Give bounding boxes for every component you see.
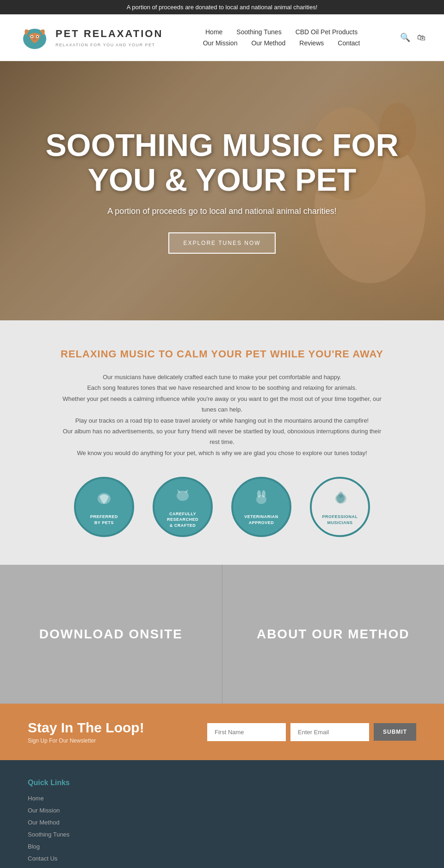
footer-link-blog[interactable]: Blog bbox=[28, 842, 416, 850]
info-p5: Our album has no advertisements, so your… bbox=[60, 426, 384, 448]
header: Pet RelaXation RELAXATION FOR YOU AND YO… bbox=[0, 14, 444, 61]
newsletter-heading: Stay In The Loop! bbox=[28, 720, 144, 736]
info-p3: Whether your pet needs a calming influen… bbox=[60, 393, 384, 415]
logo-tagline: RELAXATION FOR YOU AND YOUR PET bbox=[56, 43, 155, 47]
footer-link-soothing-tunes[interactable]: Soothing Tunes bbox=[28, 830, 416, 838]
main-nav: Home Soothing Tunes CBD Oil Pet Products… bbox=[203, 28, 360, 47]
footer-link-home[interactable]: Home bbox=[28, 794, 416, 802]
logo-icon bbox=[18, 21, 51, 54]
nav-our-method[interactable]: Our Method bbox=[251, 39, 285, 47]
logo-text-area: Pet RelaXation RELAXATION FOR YOU AND YO… bbox=[56, 27, 163, 48]
split-section: DOWNLOAD ONSITE ABOUT OUR METHOD bbox=[0, 565, 444, 704]
svg-point-4 bbox=[31, 36, 33, 37]
cat-icon bbox=[173, 486, 192, 509]
method-half: ABOUT OUR METHOD bbox=[222, 565, 444, 704]
badge-vet-approved: VETERINARIANAPPROVED bbox=[231, 477, 291, 537]
nav-soothing-tunes[interactable]: Soothing Tunes bbox=[236, 28, 281, 36]
newsletter-text: Stay In The Loop! Sign Up For Our Newsle… bbox=[28, 720, 144, 744]
badge-preferred-by-pets: PREFERREDBY PETS bbox=[74, 477, 134, 537]
footer-links-list: Home Our Mission Our Method Soothing Tun… bbox=[28, 794, 416, 868]
quick-links-title: Quick Links bbox=[28, 779, 416, 787]
download-half: DOWNLOAD ONSITE bbox=[0, 565, 222, 704]
logo-brand-name: Pet RelaXation bbox=[56, 27, 163, 41]
footer-link-our-mission[interactable]: Our Mission bbox=[28, 806, 416, 814]
nav-contact[interactable]: Contact bbox=[338, 39, 360, 47]
hero-title: SOOTHING MUSIC FOR YOU & YOUR PET bbox=[37, 128, 407, 197]
info-p1: Our musicians have delicately crafted ea… bbox=[60, 372, 384, 382]
footer-link-privacy-policy[interactable]: Privacy Policy bbox=[28, 866, 416, 868]
logo-area: Pet RelaXation RELAXATION FOR YOU AND YO… bbox=[18, 21, 163, 54]
explore-tunes-button[interactable]: EXPLORE TUNES NOW bbox=[168, 232, 275, 254]
email-input[interactable] bbox=[290, 723, 369, 741]
info-p4: Play our tracks on a road trip to ease t… bbox=[60, 415, 384, 426]
top-banner: A portion of proceeds are donated to loc… bbox=[0, 0, 444, 14]
info-p6: We know you would do anything for your p… bbox=[60, 448, 384, 458]
footer: Quick Links Home Our Mission Our Method … bbox=[0, 760, 444, 868]
info-paragraphs: Our musicians have delicately crafted ea… bbox=[60, 372, 384, 458]
nav-reviews[interactable]: Reviews bbox=[299, 39, 324, 47]
hero-content: SOOTHING MUSIC FOR YOU & YOUR PET A port… bbox=[0, 128, 444, 254]
badge-researched-crafted: CAREFULLYRESEARCHED& CRAFTED bbox=[153, 477, 213, 537]
method-title: ABOUT OUR METHOD bbox=[257, 627, 410, 642]
nav-home[interactable]: Home bbox=[205, 28, 222, 36]
header-icons: 🔍 🛍 bbox=[400, 32, 426, 43]
nav-cbd-oil[interactable]: CBD Oil Pet Products bbox=[296, 28, 358, 36]
hero-subtitle: A portion of proceeds go to local and na… bbox=[37, 206, 407, 216]
svg-point-16 bbox=[339, 492, 343, 498]
info-title: RELAXING MUSIC TO CALM YOUR PET WHILE YO… bbox=[37, 348, 407, 360]
svg-point-14 bbox=[262, 490, 265, 498]
newsletter-form: SUBMIT bbox=[207, 723, 416, 741]
info-p2: Each song features tones that we have re… bbox=[60, 382, 384, 393]
svg-point-6 bbox=[33, 38, 37, 41]
svg-point-5 bbox=[37, 36, 38, 37]
footer-link-our-method[interactable]: Our Method bbox=[28, 818, 416, 826]
footer-link-contact-us[interactable]: Contact Us bbox=[28, 854, 416, 862]
svg-point-13 bbox=[257, 490, 261, 498]
rabbit-icon bbox=[252, 488, 271, 512]
nav-row-1: Home Soothing Tunes CBD Oil Pet Products bbox=[205, 28, 358, 36]
first-name-input[interactable] bbox=[207, 723, 286, 741]
badge-professional-musicians: PROFESSIONALMUSICIANS bbox=[310, 477, 370, 537]
info-section: RELAXING MUSIC TO CALM YOUR PET WHILE YO… bbox=[0, 320, 444, 565]
cart-icon[interactable]: 🛍 bbox=[417, 33, 426, 43]
nav-our-mission[interactable]: Our Mission bbox=[203, 39, 238, 47]
banner-text: A portion of proceeds are donated to loc… bbox=[127, 4, 318, 11]
nav-row-2: Our Mission Our Method Reviews Contact bbox=[203, 39, 360, 47]
hero-section: SOOTHING MUSIC FOR YOU & YOUR PET A port… bbox=[0, 61, 444, 320]
badges-row: PREFERREDBY PETS CAREFULLYRESEARCHED& CR… bbox=[37, 477, 407, 537]
submit-button[interactable]: SUBMIT bbox=[374, 723, 416, 741]
newsletter-section: Stay In The Loop! Sign Up For Our Newsle… bbox=[0, 704, 444, 760]
download-title: DOWNLOAD ONSITE bbox=[39, 627, 183, 642]
newsletter-subtext: Sign Up For Our Newsletter bbox=[28, 737, 144, 744]
search-icon[interactable]: 🔍 bbox=[400, 32, 410, 43]
horse-icon bbox=[331, 488, 349, 512]
dog-icon bbox=[95, 488, 113, 512]
